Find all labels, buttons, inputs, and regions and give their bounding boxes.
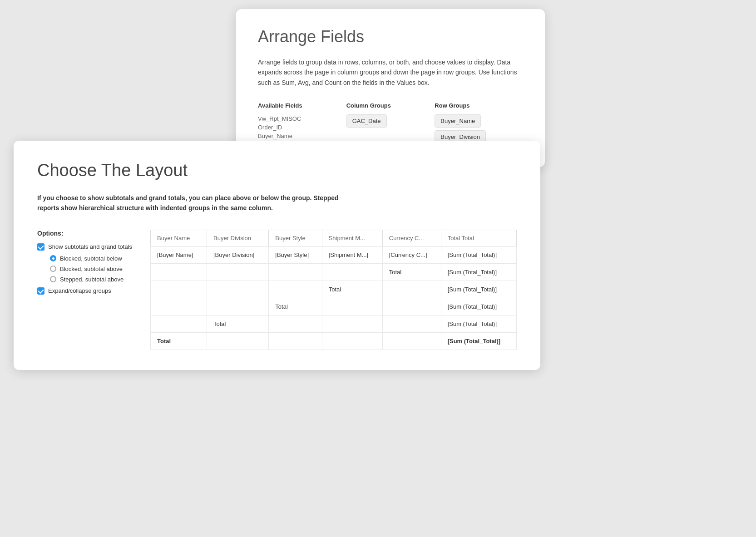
expand-collapse-option[interactable]: Expand/collapse groups [37,287,132,295]
cell: [Sum (Total_Total)] [441,315,516,332]
blocked-above-option[interactable]: Blocked, subtotal above [50,266,132,272]
cell: [Buyer Division] [207,246,268,263]
cell: [Sum (Total_Total)] [441,298,516,315]
table-row: Total [Sum (Total_Total)] [151,281,517,298]
preview-table: Buyer Name Buyer Division Buyer Style Sh… [150,230,517,350]
cell [382,315,441,332]
preview-table-wrap: Buyer Name Buyer Division Buyer Style Sh… [150,230,517,350]
blocked-below-radio[interactable] [50,255,56,261]
blocked-above-radio[interactable] [50,266,56,272]
show-subtotals-label: Show subtotals and grand totals [48,243,132,250]
cell [322,263,382,281]
cell [269,281,322,298]
col-total-total: Total Total [441,230,516,246]
cell [322,315,382,332]
cell [322,332,382,350]
row-groups-label: Row Groups [435,102,523,109]
table-row: Total [Sum (Total_Total)] [151,263,517,281]
blocked-below-option[interactable]: Blocked, subtotal below [50,255,132,262]
arrange-fields-description: Arrange fields to group data in rows, co… [258,57,523,88]
cell [269,332,322,350]
column-group-tag[interactable]: GAC_Date [346,114,387,128]
cell [151,315,207,332]
grand-total-row: Total [Sum (Total_Total)] [151,332,517,350]
stepped-above-radio[interactable] [50,276,56,282]
cell [269,263,322,281]
cell: [Buyer Style] [269,246,322,263]
cell [269,315,322,332]
cell: [Sum (Total_Total)] [441,281,516,298]
column-groups-label: Column Groups [346,102,435,109]
cell [151,298,207,315]
col-buyer-division: Buyer Division [207,230,268,246]
col-buyer-name: Buyer Name [151,230,207,246]
blocked-above-label: Blocked, subtotal above [60,266,123,272]
cell: [Shipment M...] [322,246,382,263]
col-shipment-m: Shipment M... [322,230,382,246]
cell [151,263,207,281]
cell [207,263,268,281]
col-buyer-style: Buyer Style [269,230,322,246]
available-fields-label: Available Fields [258,102,346,109]
cell [207,298,268,315]
cell: Total [269,298,322,315]
cell-total-value: [Sum (Total_Total)] [441,332,516,350]
layout-description: If you choose to show subtotals and gran… [37,193,346,213]
row-group-tag[interactable]: Buyer_Name [435,114,481,128]
cell: Total [207,315,268,332]
cell: [Sum (Total_Total)] [441,246,516,263]
stepped-above-option[interactable]: Stepped, subtotal above [50,276,132,283]
cell [382,332,441,350]
blocked-below-label: Blocked, subtotal below [60,255,122,262]
stepped-above-label: Stepped, subtotal above [60,276,124,283]
options-label: Options: [37,230,132,237]
cell [322,298,382,315]
layout-title: Choose The Layout [37,161,517,180]
cell: Total [322,281,382,298]
field-item: Order_ID [258,123,346,132]
field-item: Vw_Rpt_MISOC [258,114,346,123]
cell [207,281,268,298]
cell [151,281,207,298]
expand-collapse-label: Expand/collapse groups [48,287,111,294]
field-item: Buyer_Name [258,132,346,140]
show-subtotals-checkbox[interactable] [37,243,44,251]
col-currency-c: Currency C... [382,230,441,246]
choose-layout-card: Choose The Layout If you choose to show … [14,141,540,370]
cell: [Sum (Total_Total)] [441,263,516,281]
options-panel: Options: Show subtotals and grand totals… [37,230,132,350]
cell [382,281,441,298]
cell-total: Total [151,332,207,350]
table-row: [Buyer Name] [Buyer Division] [Buyer Sty… [151,246,517,263]
cell: [Currency C...] [382,246,441,263]
table-row: Total [Sum (Total_Total)] [151,298,517,315]
layout-content: Options: Show subtotals and grand totals… [37,230,517,350]
cell [207,332,268,350]
show-subtotals-option[interactable]: Show subtotals and grand totals [37,243,132,251]
table-row: Total [Sum (Total_Total)] [151,315,517,332]
cell: [Buyer Name] [151,246,207,263]
expand-collapse-checkbox[interactable] [37,287,44,295]
cell [382,298,441,315]
table-header-row: Buyer Name Buyer Division Buyer Style Sh… [151,230,517,246]
arrange-fields-title: Arrange Fields [258,27,523,46]
cell: Total [382,263,441,281]
